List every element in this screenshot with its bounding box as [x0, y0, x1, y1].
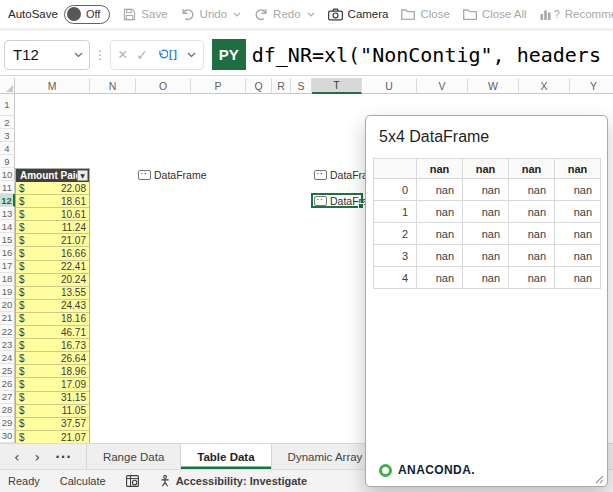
df-cell: nan — [509, 179, 555, 201]
cancel-entry-icon[interactable]: × — [118, 47, 127, 63]
column-header-O[interactable]: O — [136, 78, 191, 94]
status-calculate[interactable]: Calculate — [60, 475, 106, 487]
column-header-Y[interactable]: Y — [570, 78, 613, 94]
column-header-M[interactable]: M — [15, 78, 90, 94]
redo-label: Redo — [273, 8, 301, 20]
recommended-charts-button[interactable]: ? Recommended Charts — [540, 8, 613, 20]
df-row-index: 3 — [374, 245, 417, 267]
column-header-R[interactable]: R — [272, 78, 291, 94]
currency-symbol: $ — [19, 300, 25, 311]
close-button[interactable]: Close — [401, 8, 449, 20]
amount-cell-M17[interactable]: $22.41 — [16, 261, 89, 274]
autosave-toggle[interactable]: Off — [64, 5, 110, 24]
column-header-S[interactable]: S — [291, 78, 312, 94]
name-box[interactable]: T12 — [4, 40, 90, 70]
amount-value: 10.61 — [61, 209, 86, 220]
dataframe-card-icon: ·· — [314, 170, 327, 180]
amount-cell-M22[interactable]: $46.71 — [16, 326, 89, 339]
close-all-button[interactable]: Close All — [463, 8, 527, 20]
undo-dropdown-chevron-icon[interactable] — [233, 12, 241, 17]
column-header-Q[interactable]: Q — [246, 78, 272, 94]
df-cell: nan — [463, 223, 509, 245]
dataframe-preview-popup[interactable]: 5x4 DataFrame nannannannan 0nannannannan… — [365, 115, 608, 487]
amount-cell-M18[interactable]: $20.24 — [16, 274, 89, 287]
camera-button[interactable]: Camera — [328, 8, 389, 21]
formula-input[interactable]: df_NR=xl("NonContig", headers — [252, 43, 613, 67]
dataframe-table: nannannannan 0nannannannan1nannannannan2… — [373, 158, 601, 289]
currency-symbol: $ — [19, 287, 25, 298]
amount-paid-header-cell[interactable]: Amount Paid▼ — [16, 169, 89, 182]
popup-resize-handle[interactable] — [595, 475, 604, 484]
redo-button[interactable]: Redo — [254, 8, 315, 21]
amount-cell-M21[interactable]: $18.16 — [16, 313, 89, 326]
amount-cell-M11[interactable]: $22.08 — [16, 182, 89, 195]
recommended-charts-icon — [540, 8, 552, 20]
currency-symbol: $ — [19, 432, 25, 443]
column-header-V[interactable]: V — [417, 78, 468, 94]
amount-cell-M14[interactable]: $11.24 — [16, 221, 89, 234]
amount-value: 13.55 — [61, 287, 86, 298]
undo-button[interactable]: Undo — [181, 8, 242, 21]
next-sheet-icon[interactable]: › — [35, 449, 41, 465]
column-header-P[interactable]: P — [191, 78, 246, 94]
amount-cell-M12[interactable]: $18.61 — [16, 195, 89, 208]
amount-cell-M25[interactable]: $18.96 — [16, 365, 89, 378]
amount-value: 11.24 — [62, 222, 86, 233]
column-headers: MNOPQRSTUVWXY — [15, 78, 613, 94]
column-header-X[interactable]: X — [519, 78, 570, 94]
filter-dropdown-button[interactable]: ▼ — [77, 170, 88, 181]
amount-cell-M28[interactable]: $11.05 — [16, 405, 89, 418]
currency-symbol: $ — [19, 248, 25, 259]
python-insert-object-icon[interactable]: [] — [157, 49, 178, 61]
amount-cell-M23[interactable]: $16.73 — [16, 339, 89, 352]
df-cell: nan — [555, 245, 601, 267]
formula-bar-grip-icon[interactable]: ⋮ — [94, 48, 106, 62]
column-header-T[interactable]: T — [312, 78, 362, 94]
select-all-corner[interactable] — [0, 78, 15, 94]
formula-bar: T12 ⋮ × ✓ [] PY df_NR=xl("NonContig", he… — [0, 34, 613, 76]
currency-symbol: $ — [19, 313, 25, 324]
column-header-W[interactable]: W — [468, 78, 519, 94]
column-header-U[interactable]: U — [362, 78, 417, 94]
amount-value: 18.61 — [61, 196, 86, 207]
df-column-header-2: nan — [509, 159, 555, 179]
autosave-state: Off — [86, 8, 100, 20]
amount-cell-M30[interactable]: $21.07 — [16, 431, 89, 443]
python-insert-chevron-icon — [187, 52, 196, 58]
amount-cell-M16[interactable]: $16.66 — [16, 247, 89, 260]
amount-cell-M15[interactable]: $21.07 — [16, 234, 89, 247]
confirm-entry-icon[interactable]: ✓ — [136, 48, 148, 62]
amount-cell-M29[interactable]: $37.57 — [16, 418, 89, 431]
sheet-tab-range-data[interactable]: Range Data — [86, 444, 181, 469]
df-column-header-0: nan — [417, 159, 463, 179]
amount-cell-M26[interactable]: $17.09 — [16, 378, 89, 391]
df-cell: nan — [417, 267, 463, 289]
redo-dropdown-chevron-icon[interactable] — [307, 12, 315, 17]
df-cell: nan — [555, 267, 601, 289]
dataframe-cell-O10[interactable]: ··DataFrame — [138, 168, 207, 181]
column-header-N[interactable]: N — [90, 78, 136, 94]
all-sheets-icon[interactable]: ··· — [55, 450, 72, 464]
anaconda-logo: ANACONDA. — [379, 463, 475, 477]
name-box-value: T12 — [13, 46, 74, 63]
save-button[interactable]: Save — [123, 8, 167, 21]
amount-cell-M27[interactable]: $31.15 — [16, 392, 89, 405]
accessibility-icon — [159, 475, 171, 487]
amount-cell-M24[interactable]: $26.64 — [16, 352, 89, 365]
df-row-index: 4 — [374, 267, 417, 289]
tabs-container: Range DataTable DataDynamic Array — [86, 444, 379, 469]
prev-sheet-icon[interactable]: ‹ — [14, 449, 20, 465]
amount-value: 22.41 — [61, 261, 86, 272]
df-row-index: 0 — [374, 179, 417, 201]
currency-symbol: $ — [19, 274, 25, 285]
accessibility-status[interactable]: Accessibility: Investigate — [159, 475, 307, 487]
amount-cell-M13[interactable]: $10.61 — [16, 208, 89, 221]
sheet-tab-table-data[interactable]: Table Data — [181, 444, 271, 469]
amount-cell-M20[interactable]: $24.43 — [16, 300, 89, 313]
undo-icon — [181, 8, 195, 21]
sheet-tab-dynamic-array[interactable]: Dynamic Array — [272, 444, 380, 469]
amount-cell-M19[interactable]: $13.55 — [16, 287, 89, 300]
df-cell: nan — [463, 245, 509, 267]
amount-value: 26.64 — [61, 353, 86, 364]
macro-record-icon[interactable] — [126, 475, 139, 487]
